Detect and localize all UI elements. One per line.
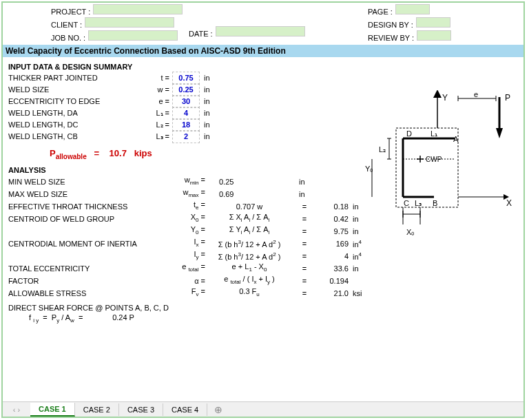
unit-da: in <box>200 107 220 119</box>
svg-text:B: B <box>433 199 437 207</box>
date-label: DATE : <box>189 30 216 38</box>
header: PROJECT : CLIENT : JOB NO. : DATE : PAGE… <box>3 3 523 45</box>
shear-title: DIRECT SHEAR FORCE @ POINTS A, B, C, D <box>8 304 518 312</box>
tab-case2[interactable]: CASE 2 <box>75 403 119 416</box>
svg-text:L₂: L₂ <box>379 145 386 154</box>
page-value[interactable] <box>395 4 430 14</box>
row-fv: ALLOWABLE STRESS Fv = 0.3 Fu = 21.0 ksi <box>8 287 518 300</box>
jobno-value[interactable] <box>88 30 178 41</box>
designby-value[interactable] <box>416 17 450 28</box>
unit-dc: in <box>200 119 220 131</box>
designby-label: DESIGN BY : <box>368 21 416 29</box>
tab-case4[interactable]: CASE 4 <box>163 403 207 416</box>
sym-dc: L₂ = <box>139 119 172 131</box>
date-value[interactable] <box>216 26 305 36</box>
sym-weldsize: w = <box>139 84 172 96</box>
client-value[interactable] <box>85 17 174 28</box>
tab-add-icon[interactable]: ⊕ <box>207 404 229 415</box>
svg-text:C: C <box>404 199 409 207</box>
label-dc: WELD LENGTH, DC <box>8 119 139 131</box>
unit-thicker: in <box>200 72 220 84</box>
sym-ecc: e = <box>139 96 172 107</box>
project-label: PROJECT : <box>51 8 93 16</box>
svg-text:X: X <box>506 198 512 208</box>
svg-rect-8 <box>396 128 458 207</box>
sym-cb: L₃ = <box>139 131 172 143</box>
unit-weldsize: in <box>200 84 220 96</box>
label-thicker: THICKER PART JOINTED <box>8 72 139 84</box>
label-weldsize: WELD SIZE <box>8 84 139 96</box>
reviewby-value[interactable] <box>417 30 451 41</box>
svg-text:e: e <box>474 90 478 98</box>
tab-case1[interactable]: CASE 1 <box>30 403 75 417</box>
page-label: PAGE : <box>368 8 395 16</box>
unit-ecc: in <box>200 96 220 107</box>
unit-cb: in <box>200 131 220 143</box>
input-row-thicker: THICKER PART JOINTED t = 0.75 in <box>8 72 518 84</box>
svg-text:L₁: L₁ <box>431 129 437 138</box>
svg-text:X₀: X₀ <box>406 228 415 236</box>
jobno-label: JOB NO. : <box>51 34 88 42</box>
svg-text:A: A <box>453 135 459 143</box>
tab-nav-prev[interactable]: ‹ › <box>3 406 30 414</box>
reviewby-label: REVIEW BY : <box>368 34 417 42</box>
project-value[interactable] <box>93 4 183 14</box>
weld-diagram: Y P e CWP D A C B <box>351 90 517 249</box>
sym-thicker: t = <box>139 72 172 84</box>
sheet-tabs: ‹ › CASE 1 CASE 2 CASE 3 CASE 4 ⊕ <box>3 401 523 417</box>
label-cb: WELD LENGTH, CB <box>8 131 139 143</box>
shear-formula: f i y = Py / Aw = 0.24 P <box>8 313 518 324</box>
label-ecc: ECCENTRICITY TO EDGE <box>8 96 139 107</box>
page-title: Weld Capacity of Eccentric Connection Ba… <box>3 45 523 57</box>
input-section-title: INPUT DATA & DESIGN SUMMARY <box>8 63 518 71</box>
client-label: CLIENT : <box>51 21 85 29</box>
tab-case3[interactable]: CASE 3 <box>119 403 163 416</box>
sym-da: L₁ = <box>139 107 172 119</box>
svg-text:D: D <box>406 129 412 138</box>
svg-text:P: P <box>505 93 510 103</box>
val-cb[interactable]: 2 <box>172 130 200 143</box>
svg-text:L₃: L₃ <box>415 199 422 207</box>
label-da: WELD LENGTH, DA <box>8 107 139 119</box>
svg-text:Y: Y <box>442 93 448 103</box>
svg-text:CWP: CWP <box>426 156 442 163</box>
